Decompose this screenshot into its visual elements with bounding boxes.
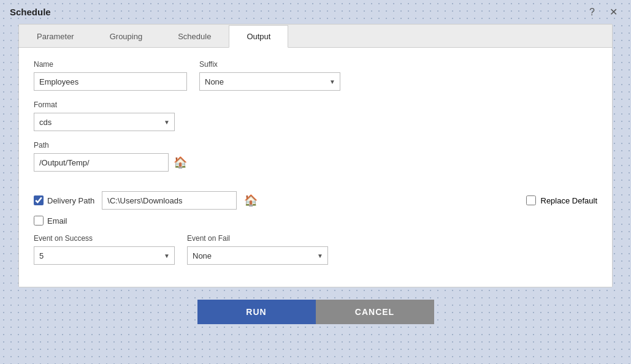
tab-grouping[interactable]: Grouping [92,25,160,48]
format-group: Format cds csv xlsx pdf ▼ [34,100,175,131]
delivery-path-label[interactable]: Delivery Path [34,195,94,205]
suffix-label: Suffix [199,60,340,69]
event-success-group: Event on Success None 1 2 3 4 5 ▼ [34,234,175,265]
tab-parameter[interactable]: Parameter [19,25,92,48]
event-fail-label: Event on Fail [187,234,328,243]
modal-body: Parameter Grouping Schedule Output Name [18,24,613,287]
dialog-title: Schedule [10,7,51,17]
content-area: Name Suffix None Date Time DateTime ▼ [19,48,612,287]
cancel-button[interactable]: CANCEL [316,300,434,324]
event-success-select-wrapper: None 1 2 3 4 5 ▼ [34,246,175,265]
delivery-home-icon[interactable]: 🏠 [244,194,258,207]
event-fail-select[interactable]: None 1 2 3 4 5 [187,246,328,265]
format-select[interactable]: cds csv xlsx pdf [34,113,175,131]
tab-schedule[interactable]: Schedule [160,25,229,48]
delivery-path-input[interactable] [102,191,237,210]
event-success-label: Event on Success [34,234,175,243]
format-select-wrapper: cds csv xlsx pdf ▼ [34,113,175,131]
name-label: Name [34,60,187,69]
email-label[interactable]: Email [34,216,597,226]
path-group: Path 🏠 [34,141,597,181]
path-home-icon[interactable]: 🏠 [174,156,187,169]
delivery-path-row: Delivery Path 🏠 Replace Default [34,191,597,210]
run-button[interactable]: RUN [197,300,316,324]
email-text: Email [47,216,67,226]
name-group: Name [34,60,187,91]
event-row: Event on Success None 1 2 3 4 5 ▼ [34,234,597,265]
replace-default-checkbox[interactable] [526,195,536,205]
path-label: Path [34,141,597,150]
button-row: RUN CANCEL [0,287,631,336]
tab-output[interactable]: Output [229,25,288,48]
suffix-group: Suffix None Date Time DateTime ▼ [199,60,340,91]
tab-bar: Parameter Grouping Schedule Output [19,25,612,48]
replace-default-label: Replace Default [541,196,598,205]
event-fail-select-wrapper: None 1 2 3 4 5 ▼ [187,246,328,265]
name-input[interactable] [34,72,187,91]
event-fail-group: Event on Fail None 1 2 3 4 5 ▼ [187,234,328,265]
suffix-select-wrapper: None Date Time DateTime ▼ [199,72,340,91]
email-checkbox[interactable] [34,216,44,226]
close-button[interactable]: ✕ [606,5,621,19]
replace-default-group: Replace Default [526,195,598,205]
email-row: Email [34,216,597,226]
format-label: Format [34,100,175,109]
delivery-path-checkbox[interactable] [34,195,44,205]
help-button[interactable]: ? [586,6,598,19]
path-input[interactable] [34,153,169,172]
delivery-path-text: Delivery Path [47,196,94,205]
suffix-select[interactable]: None Date Time DateTime [199,72,340,91]
event-success-select[interactable]: None 1 2 3 4 5 [34,246,175,265]
path-row: 🏠 [34,153,597,172]
